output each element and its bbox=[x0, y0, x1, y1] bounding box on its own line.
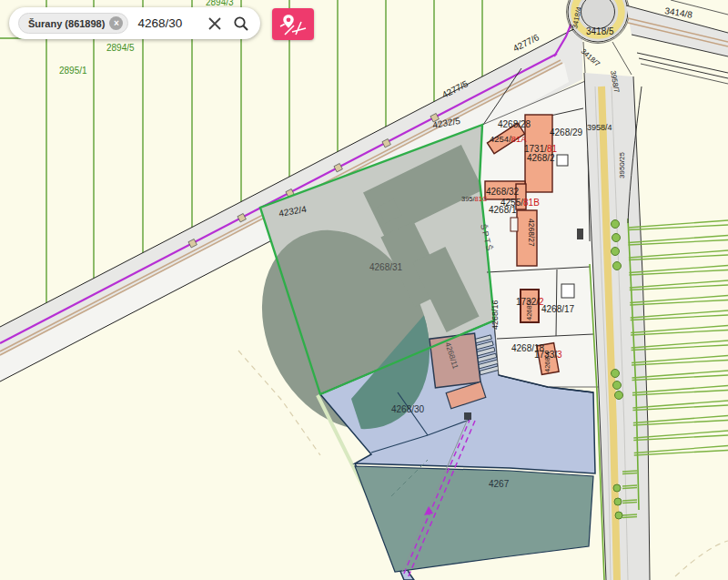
search-input[interactable] bbox=[136, 15, 198, 31]
parcel-label: 4268/29 bbox=[550, 127, 583, 137]
parcel-label: 3418/5 bbox=[586, 26, 614, 36]
search-bar[interactable]: Šurany (861898) × bbox=[9, 7, 260, 39]
clear-search-button[interactable] bbox=[206, 16, 224, 31]
map-application: 2894/32894/52895/14277/54277/64232/54232… bbox=[0, 0, 728, 580]
search-submit-button[interactable] bbox=[231, 15, 251, 32]
building-notch bbox=[511, 218, 518, 231]
map-pin-icon bbox=[279, 14, 307, 36]
area-chip-label: Šurany (861898) bbox=[28, 18, 105, 29]
parcel-label: 2895/1 bbox=[59, 66, 87, 76]
survey-point-marker bbox=[464, 412, 471, 420]
parcel-label: 2894/3 bbox=[206, 0, 234, 7]
parcel-label: 395/81C bbox=[461, 195, 488, 203]
parcel-label: 2894/5 bbox=[106, 43, 135, 53]
parcel-label: 4268/28 bbox=[498, 119, 531, 129]
parcel-label: 4268/17 bbox=[541, 304, 575, 314]
parcel-label: 4268/4 bbox=[543, 351, 551, 372]
map-canvas[interactable]: 2894/32894/52895/14277/54277/64232/54232… bbox=[0, 0, 728, 580]
area-filter-chip[interactable]: Šurany (861898) × bbox=[18, 13, 128, 34]
parcel-label: 3950/25 bbox=[618, 152, 626, 178]
building-outline bbox=[561, 284, 574, 298]
parcel-label: 4268/30 bbox=[391, 404, 425, 414]
map-layers-button[interactable] bbox=[272, 8, 314, 40]
parcel-label: 4268/27 bbox=[527, 219, 536, 247]
parcel-label: 4268/31 bbox=[369, 262, 403, 272]
search-icon bbox=[233, 15, 249, 32]
parcel-label: 4267 bbox=[489, 479, 510, 489]
parcel-label: 4268/32 bbox=[486, 187, 520, 197]
parcel-label: 4254/81A bbox=[490, 134, 527, 144]
building-outline bbox=[557, 155, 568, 166]
parcel-label: 4268/3 bbox=[525, 300, 533, 321]
parcel-label: 4268/1 bbox=[489, 205, 517, 215]
close-icon bbox=[207, 16, 222, 31]
parcel-label: 4268/16 bbox=[490, 300, 500, 330]
parcel-label: 4268/2 bbox=[527, 153, 555, 163]
chip-remove-icon[interactable]: × bbox=[109, 16, 123, 30]
parcel-label: 3958/4 bbox=[587, 123, 612, 132]
small-structure bbox=[577, 229, 583, 239]
